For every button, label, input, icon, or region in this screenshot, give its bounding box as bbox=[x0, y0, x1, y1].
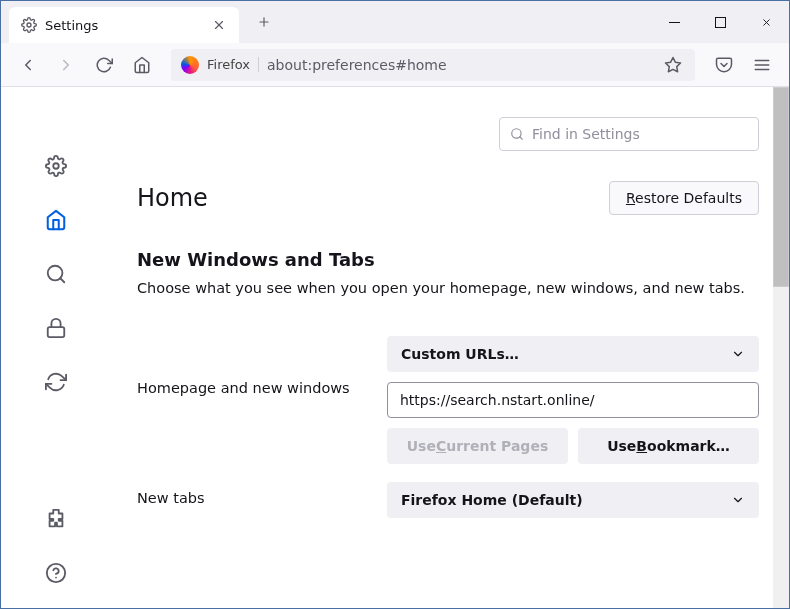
newtabs-label: New tabs bbox=[137, 482, 367, 506]
sidebar-item-search[interactable] bbox=[37, 255, 75, 293]
chevron-down-icon bbox=[731, 347, 745, 361]
search-icon bbox=[510, 127, 524, 141]
page-title: Home bbox=[137, 184, 208, 212]
tab-title: Settings bbox=[45, 18, 203, 33]
back-button[interactable] bbox=[11, 50, 45, 80]
pocket-button[interactable] bbox=[707, 50, 741, 80]
close-button[interactable] bbox=[743, 1, 789, 43]
url-text: about:preferences#home bbox=[267, 57, 653, 73]
section-title-new-windows: New Windows and Tabs bbox=[137, 249, 759, 270]
homepage-mode-select[interactable]: Custom URLs… bbox=[387, 336, 759, 372]
svg-rect-16 bbox=[48, 327, 65, 337]
bookmark-star-icon[interactable] bbox=[661, 56, 685, 74]
svg-line-15 bbox=[60, 278, 64, 282]
firefox-logo-icon bbox=[181, 56, 199, 74]
settings-main: Find in Settings Home Restore Defaults N… bbox=[111, 87, 789, 608]
sidebar-item-privacy[interactable] bbox=[37, 309, 75, 347]
reload-button[interactable] bbox=[87, 50, 121, 80]
svg-line-20 bbox=[520, 137, 523, 140]
homepage-mode-value: Custom URLs… bbox=[401, 346, 519, 362]
window-controls bbox=[651, 1, 789, 43]
sidebar-item-general[interactable] bbox=[37, 147, 75, 185]
sidebar-item-help[interactable] bbox=[37, 554, 75, 592]
sidebar-item-sync[interactable] bbox=[37, 363, 75, 401]
sidebar-item-home[interactable] bbox=[37, 201, 75, 239]
url-identity: Firefox bbox=[181, 56, 259, 74]
sidebar-item-extensions[interactable] bbox=[37, 500, 75, 538]
home-button[interactable] bbox=[125, 50, 159, 80]
vertical-scrollbar[interactable] bbox=[773, 87, 789, 608]
restore-defaults-button[interactable]: Restore Defaults bbox=[609, 181, 759, 215]
newtabs-mode-value: Firefox Home (Default) bbox=[401, 492, 583, 508]
forward-button bbox=[49, 50, 83, 80]
navigation-toolbar: Firefox about:preferences#home bbox=[1, 43, 789, 87]
svg-rect-6 bbox=[715, 17, 725, 27]
minimize-button[interactable] bbox=[651, 1, 697, 43]
scrollbar-thumb[interactable] bbox=[773, 87, 789, 287]
url-bar[interactable]: Firefox about:preferences#home bbox=[171, 49, 695, 81]
newtabs-mode-select[interactable]: Firefox Home (Default) bbox=[387, 482, 759, 518]
search-placeholder: Find in Settings bbox=[532, 126, 640, 142]
new-tab-button[interactable] bbox=[249, 7, 279, 37]
maximize-button[interactable] bbox=[697, 1, 743, 43]
menu-button[interactable] bbox=[745, 50, 779, 80]
settings-search-input[interactable]: Find in Settings bbox=[499, 117, 759, 151]
homepage-url-input[interactable] bbox=[387, 382, 759, 418]
homepage-label: Homepage and new windows bbox=[137, 336, 367, 396]
close-icon[interactable] bbox=[211, 17, 227, 33]
use-current-pages-button: Use Current Pages bbox=[387, 428, 568, 464]
svg-point-0 bbox=[27, 23, 31, 27]
chevron-down-icon bbox=[731, 493, 745, 507]
content-area: Find in Settings Home Restore Defaults N… bbox=[1, 87, 789, 608]
svg-point-13 bbox=[53, 163, 59, 169]
section-description: Choose what you see when you open your h… bbox=[137, 280, 759, 296]
use-bookmark-button[interactable]: Use Bookmark… bbox=[578, 428, 759, 464]
url-identity-label: Firefox bbox=[207, 57, 259, 72]
svg-marker-9 bbox=[666, 57, 681, 71]
gear-icon bbox=[21, 17, 37, 33]
browser-tab[interactable]: Settings bbox=[9, 7, 239, 43]
title-bar: Settings bbox=[1, 1, 789, 43]
settings-sidebar bbox=[1, 87, 111, 608]
